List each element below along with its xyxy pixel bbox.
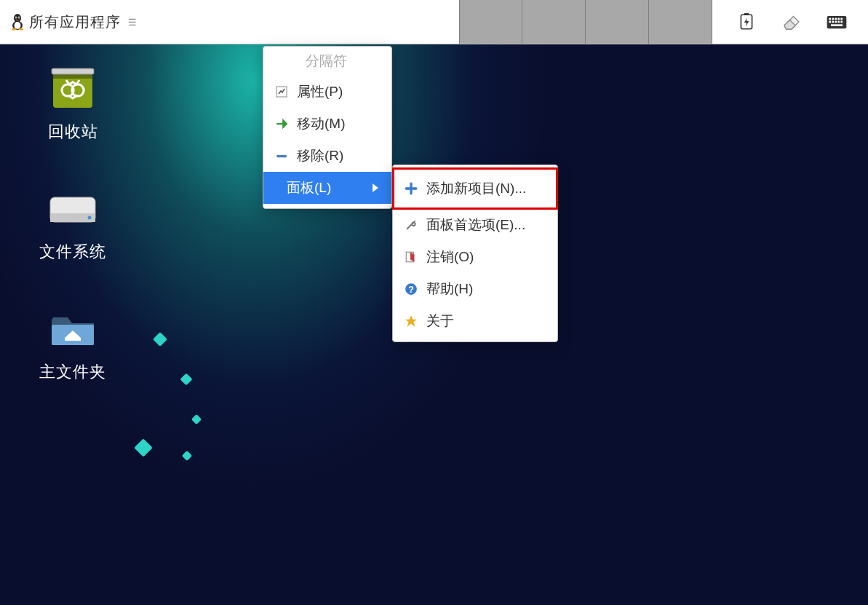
submenu-item-add-new[interactable]: 添加新项目(N)... xyxy=(393,168,557,209)
menu-indicator-icon: ☰ xyxy=(128,17,137,28)
svg-rect-22 xyxy=(831,24,843,26)
plus-icon xyxy=(403,181,419,197)
svg-rect-17 xyxy=(829,21,831,23)
menu-item-label: 面板(L) xyxy=(287,178,365,197)
svg-text:?: ? xyxy=(408,285,414,295)
remove-icon xyxy=(274,148,290,164)
top-panel: 所有应用程序 ☰ xyxy=(0,0,868,44)
filesystem-icon[interactable]: 文件系统 xyxy=(0,183,146,263)
svg-point-8 xyxy=(19,28,23,31)
applications-menu-button[interactable]: 所有应用程序 ☰ xyxy=(4,0,143,44)
menu-item-label: 面板首选项(E)... xyxy=(426,215,544,234)
task-buttons xyxy=(459,0,712,44)
menu-item-label: 关于 xyxy=(426,312,544,331)
eraser-icon[interactable] xyxy=(779,9,804,34)
svg-rect-10 xyxy=(744,13,749,15)
task-button[interactable] xyxy=(586,0,649,44)
panel-left: 所有应用程序 ☰ xyxy=(0,0,143,44)
trash-icon[interactable]: 回收站 xyxy=(0,63,146,143)
menu-item-label: 移动(M) xyxy=(297,114,378,133)
keyboard-icon[interactable] xyxy=(824,9,849,34)
svg-rect-18 xyxy=(832,21,834,23)
svg-point-6 xyxy=(18,17,19,19)
menu-item-label: 帮助(H) xyxy=(426,280,544,298)
menu-item-separator: 分隔符 xyxy=(263,47,391,76)
menu-item-remove[interactable]: 移除(R) xyxy=(263,140,391,172)
filesystem-label: 文件系统 xyxy=(39,241,106,263)
task-button[interactable] xyxy=(522,0,586,44)
context-submenu: 添加新项目(N)... 面板首选项(E)... 注销(O) ? 帮助(H) 关于 xyxy=(392,165,558,342)
submenu-arrow-icon xyxy=(373,183,378,192)
submenu-item-logout[interactable]: 注销(O) xyxy=(393,241,557,273)
svg-point-5 xyxy=(15,17,16,19)
tux-icon xyxy=(10,13,25,31)
task-button[interactable] xyxy=(459,0,522,44)
particle xyxy=(180,373,193,386)
svg-rect-15 xyxy=(837,18,840,20)
menu-item-panel[interactable]: 面板(L) xyxy=(263,172,391,204)
submenu-item-panel-prefs[interactable]: 面板首选项(E)... xyxy=(393,209,557,241)
submenu-item-help[interactable]: ? 帮助(H) xyxy=(393,273,557,305)
drive-glyph-icon xyxy=(44,183,101,234)
trash-glyph-icon xyxy=(44,63,101,114)
svg-rect-16 xyxy=(840,18,843,20)
home-label: 主文件夹 xyxy=(39,361,106,383)
tools-icon xyxy=(403,217,419,233)
desktop-icons: 回收站 文件系统 主文件夹 xyxy=(0,63,146,423)
menu-item-properties[interactable]: 属性(P) xyxy=(263,76,391,108)
svg-rect-13 xyxy=(832,18,834,20)
menu-item-label: 属性(P) xyxy=(297,82,378,101)
svg-rect-20 xyxy=(837,21,840,23)
system-tray xyxy=(712,0,868,44)
svg-rect-14 xyxy=(835,18,837,20)
svg-rect-25 xyxy=(52,68,94,74)
trash-label: 回收站 xyxy=(48,121,98,143)
particle xyxy=(134,438,152,456)
menu-item-label: 注销(O) xyxy=(426,248,544,266)
svg-point-7 xyxy=(12,28,16,31)
menu-item-label: 添加新项目(N)... xyxy=(426,179,544,198)
star-icon xyxy=(403,313,419,329)
home-glyph-icon xyxy=(44,303,101,354)
move-icon xyxy=(274,116,290,132)
svg-rect-21 xyxy=(840,21,843,23)
properties-icon xyxy=(274,84,290,100)
battery-icon[interactable] xyxy=(734,9,759,34)
applications-menu-label: 所有应用程序 xyxy=(29,12,121,32)
task-button[interactable] xyxy=(649,0,712,44)
logout-icon xyxy=(403,249,419,265)
svg-rect-12 xyxy=(829,18,831,20)
svg-point-28 xyxy=(88,216,92,220)
help-icon: ? xyxy=(403,281,419,297)
particle xyxy=(153,332,167,347)
svg-point-2 xyxy=(15,22,21,29)
menu-item-label: 移除(R) xyxy=(297,146,378,165)
svg-rect-19 xyxy=(835,21,837,23)
particle xyxy=(191,414,202,424)
home-folder-icon[interactable]: 主文件夹 xyxy=(0,303,146,383)
submenu-item-about[interactable]: 关于 xyxy=(393,305,557,337)
svg-rect-31 xyxy=(276,155,287,157)
particle xyxy=(182,451,192,461)
menu-item-label: 分隔符 xyxy=(306,52,347,71)
context-menu: 分隔符 属性(P) 移动(M) 移除(R) 面板(L) xyxy=(263,46,392,209)
menu-item-move[interactable]: 移动(M) xyxy=(263,108,391,140)
